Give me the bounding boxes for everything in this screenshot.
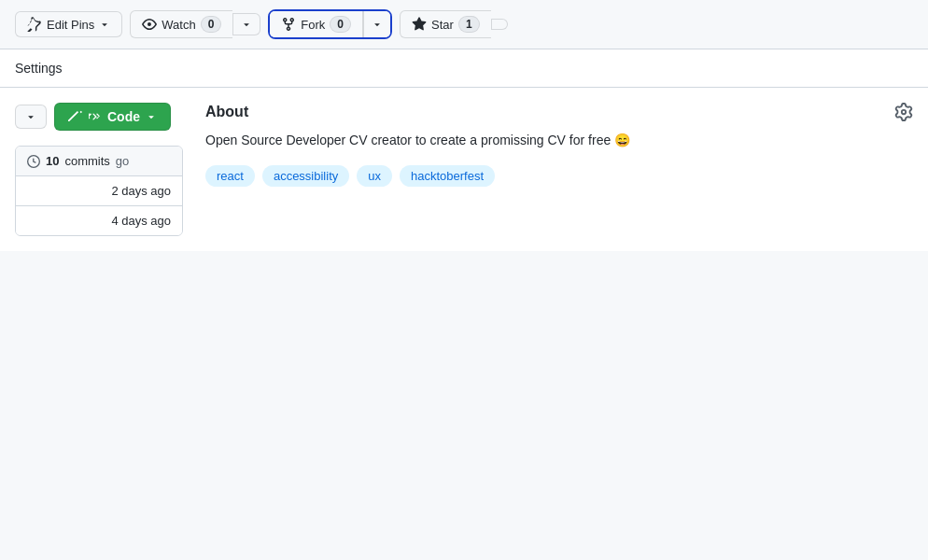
tag-item[interactable]: react xyxy=(205,165,255,187)
row2-ago: 4 days ago xyxy=(111,214,171,228)
edit-pins-group: Edit Pins xyxy=(15,11,122,37)
file-list-header: 10 commits go xyxy=(16,147,182,176)
chevron-down-icon xyxy=(99,19,110,30)
top-bar: Edit Pins Watch 0 Fork 0 xyxy=(0,0,928,49)
file-row-2: 4 days ago xyxy=(16,206,182,235)
chevrons-icon xyxy=(89,110,102,123)
left-top-controls: Code xyxy=(15,103,183,131)
code-label: Code xyxy=(107,109,140,124)
pin-icon xyxy=(27,17,42,32)
star-group: Star 1 xyxy=(400,10,508,38)
fork-count: 0 xyxy=(330,16,351,33)
fork-dropdown-button[interactable] xyxy=(363,11,390,37)
fork-button[interactable]: Fork 0 xyxy=(270,11,363,37)
file-row-1: 2 days ago xyxy=(16,176,182,206)
fork-label: Fork xyxy=(301,18,325,32)
star-button[interactable]: Star 1 xyxy=(400,10,491,38)
chevron-down-icon xyxy=(25,111,36,122)
right-panel: About Open Source Developer CV creator t… xyxy=(205,103,913,236)
code-button[interactable]: Code xyxy=(54,103,171,131)
gear-icon[interactable] xyxy=(894,103,913,121)
code-chevron-icon xyxy=(146,111,157,122)
clock-icon xyxy=(27,155,40,168)
watch-group: Watch 0 xyxy=(130,10,260,38)
code-icon xyxy=(68,109,83,124)
commits-label: commits xyxy=(64,154,109,168)
about-header: About xyxy=(205,103,913,121)
branch-dropdown-button[interactable] xyxy=(15,105,47,129)
chevron-down-icon xyxy=(241,19,252,30)
watch-label: Watch xyxy=(162,18,195,32)
file-list: 10 commits go 2 days ago 4 days ago xyxy=(15,146,183,236)
fork-group: Fork 0 xyxy=(268,9,392,39)
edit-pins-label: Edit Pins xyxy=(47,18,94,32)
settings-label: Settings xyxy=(15,61,913,87)
commits-count: 10 xyxy=(46,154,59,168)
star-dropdown-button[interactable] xyxy=(491,19,508,30)
about-title: About xyxy=(205,104,248,120)
eye-icon xyxy=(142,17,157,32)
star-count: 1 xyxy=(458,16,480,33)
row1-ago: 2 days ago xyxy=(111,184,171,198)
chevron-down-icon xyxy=(372,19,383,30)
tag-item[interactable]: ux xyxy=(357,165,392,187)
star-icon xyxy=(412,17,427,32)
settings-section: Settings xyxy=(0,49,928,88)
about-description: Open Source Developer CV creator to crea… xyxy=(205,131,913,150)
tag-item[interactable]: hacktoberfest xyxy=(400,165,495,187)
left-panel: Code 10 commits go 2 days ago 4 days ago xyxy=(15,103,183,236)
watch-button[interactable]: Watch 0 xyxy=(130,10,232,38)
star-label: Star xyxy=(431,18,454,32)
tags-container: reactaccessibilityuxhacktoberfest xyxy=(205,165,913,187)
watch-dropdown-button[interactable] xyxy=(232,13,260,35)
edit-pins-button[interactable]: Edit Pins xyxy=(15,11,122,37)
tag-item[interactable]: accessibility xyxy=(262,165,349,187)
fork-icon xyxy=(281,17,296,32)
commits-ago: go xyxy=(116,154,129,168)
watch-count: 0 xyxy=(201,16,222,33)
main-content: Code 10 commits go 2 days ago 4 days ago xyxy=(0,88,928,251)
